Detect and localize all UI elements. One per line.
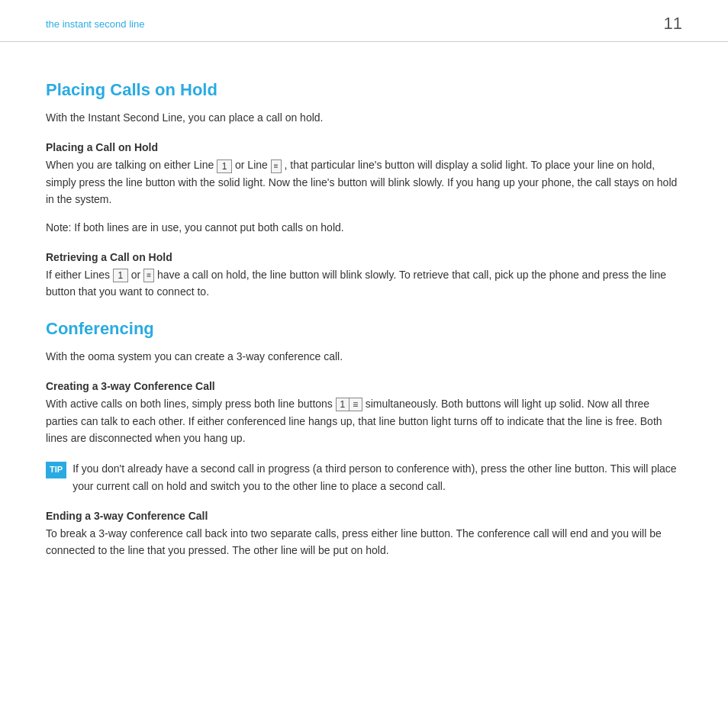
subsection-title-ending: Ending a 3-way Conference Call bbox=[46, 510, 682, 522]
subsection-title-retrieving: Retrieving a Call on Hold bbox=[46, 251, 682, 263]
retrieve-line1-button: 1 bbox=[113, 269, 128, 282]
subsection-retrieving: Retrieving a Call on Hold If either Line… bbox=[46, 251, 682, 301]
page-number: 11 bbox=[664, 14, 682, 34]
section-conferencing: Conferencing With the ooma system you ca… bbox=[46, 319, 682, 559]
section-title-conferencing: Conferencing bbox=[46, 319, 682, 339]
section-title-placing-calls: Placing Calls on Hold bbox=[46, 80, 682, 100]
section-intro-placing-calls: With the Instant Second Line, you can pl… bbox=[46, 109, 682, 126]
section-intro-conferencing: With the ooma system you can create a 3-… bbox=[46, 348, 682, 365]
section-placing-calls: Placing Calls on Hold With the Instant S… bbox=[46, 80, 682, 301]
subsection-creating-text: With active calls on both lines, simply … bbox=[46, 395, 682, 446]
line2-button: ≡ bbox=[271, 159, 282, 173]
main-content: Placing Calls on Hold With the Instant S… bbox=[0, 42, 728, 598]
page-header: the instant second line 11 bbox=[0, 0, 728, 42]
placing-text-part1: When you are talking on either Line bbox=[46, 159, 217, 171]
subsection-title-creating: Creating a 3-way Conference Call bbox=[46, 380, 682, 392]
note-text: Note: If both lines are in use, you cann… bbox=[46, 219, 682, 236]
dual-btn1: 1 bbox=[337, 398, 349, 411]
tip-text: If you don't already have a second call … bbox=[72, 460, 682, 494]
subsection-creating-conference: Creating a 3-way Conference Call With ac… bbox=[46, 380, 682, 446]
header-title: the instant second line bbox=[46, 18, 144, 30]
subsection-ending-text: To break a 3-way conference call back in… bbox=[46, 525, 682, 559]
dual-line-buttons: 1 ≡ bbox=[336, 398, 362, 411]
subsection-title-placing: Placing a Call on Hold bbox=[46, 141, 682, 153]
retrieving-text-part1: If either Lines bbox=[46, 269, 113, 281]
subsection-placing: Placing a Call on Hold When you are talk… bbox=[46, 141, 682, 208]
creating-text-part1: With active calls on both lines, simply … bbox=[46, 398, 336, 410]
retrieve-line2-button: ≡ bbox=[143, 269, 154, 282]
subsection-ending-conference: Ending a 3-way Conference Call To break … bbox=[46, 510, 682, 559]
line1-button: 1 bbox=[217, 159, 232, 173]
retrieving-text-part2: or bbox=[131, 269, 143, 281]
placing-text-part2: or Line bbox=[235, 159, 271, 171]
tip-box: TIP If you don't already have a second c… bbox=[46, 460, 682, 494]
tip-label: TIP bbox=[46, 462, 66, 478]
dual-btn2: ≡ bbox=[350, 398, 362, 411]
subsection-retrieving-text: If either Lines 1 or ≡ have a call on ho… bbox=[46, 266, 682, 301]
subsection-placing-text: When you are talking on either Line 1 or… bbox=[46, 156, 682, 208]
